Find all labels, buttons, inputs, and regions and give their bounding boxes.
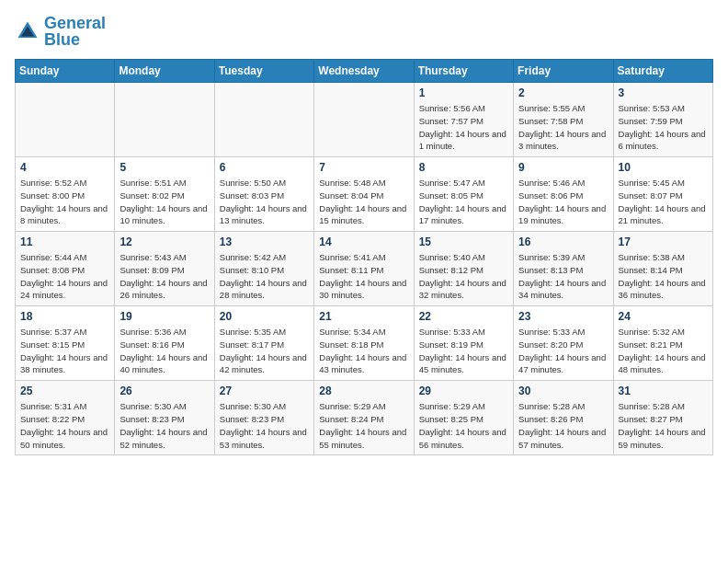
- calendar-cell: 15Sunrise: 5:40 AMSunset: 8:12 PMDayligh…: [414, 232, 513, 306]
- day-number: 16: [518, 236, 608, 248]
- day-info: Sunrise: 5:29 AMSunset: 8:25 PMDaylight:…: [419, 400, 508, 451]
- calendar-cell: 13Sunrise: 5:42 AMSunset: 8:10 PMDayligh…: [214, 232, 313, 306]
- day-number: 19: [119, 310, 209, 323]
- day-number: 18: [20, 310, 109, 323]
- day-info: Sunrise: 5:30 AMSunset: 8:23 PMDaylight:…: [220, 400, 309, 451]
- day-info: Sunrise: 5:48 AMSunset: 8:04 PMDaylight:…: [319, 177, 408, 227]
- calendar-cell: 9Sunrise: 5:46 AMSunset: 8:06 PMDaylight…: [514, 157, 613, 232]
- calendar-week-row: 11Sunrise: 5:44 AMSunset: 8:08 PMDayligh…: [16, 232, 713, 306]
- calendar-cell: 25Sunrise: 5:31 AMSunset: 8:22 PMDayligh…: [16, 381, 115, 455]
- calendar-cell: 24Sunrise: 5:32 AMSunset: 8:21 PMDayligh…: [613, 306, 712, 381]
- logo-blue-text: Blue: [44, 31, 106, 48]
- day-number: 10: [619, 161, 708, 174]
- day-number: 8: [419, 161, 508, 174]
- calendar-cell: 14Sunrise: 5:41 AMSunset: 8:11 PMDayligh…: [314, 232, 414, 306]
- calendar-cell: 23Sunrise: 5:33 AMSunset: 8:20 PMDayligh…: [514, 306, 613, 381]
- calendar-cell: 19Sunrise: 5:36 AMSunset: 8:16 PMDayligh…: [115, 306, 214, 381]
- day-number: 1: [419, 86, 508, 99]
- calendar-cell: 22Sunrise: 5:33 AMSunset: 8:19 PMDayligh…: [414, 306, 513, 381]
- day-info: Sunrise: 5:53 AMSunset: 7:59 PMDaylight:…: [619, 102, 708, 153]
- day-number: 6: [220, 161, 309, 174]
- calendar-cell: 29Sunrise: 5:29 AMSunset: 8:25 PMDayligh…: [414, 381, 513, 455]
- calendar-cell: 11Sunrise: 5:44 AMSunset: 8:08 PMDayligh…: [16, 232, 115, 306]
- day-number: 27: [220, 385, 309, 397]
- calendar-cell: 8Sunrise: 5:47 AMSunset: 8:05 PMDaylight…: [414, 157, 513, 232]
- calendar-cell: 7Sunrise: 5:48 AMSunset: 8:04 PMDaylight…: [314, 157, 414, 232]
- day-number: 22: [419, 310, 508, 323]
- calendar-cell: [115, 83, 214, 157]
- day-info: Sunrise: 5:38 AMSunset: 8:14 PMDaylight:…: [619, 251, 708, 302]
- calendar-cell: [214, 83, 313, 157]
- calendar-header-row: SundayMondayTuesdayWednesdayThursdayFrid…: [16, 60, 713, 83]
- day-info: Sunrise: 5:35 AMSunset: 8:17 PMDaylight:…: [220, 326, 309, 376]
- weekday-header: Wednesday: [314, 60, 414, 83]
- day-number: 23: [518, 310, 608, 323]
- page-header: General Blue: [15, 15, 713, 48]
- weekday-header: Monday: [115, 60, 214, 83]
- day-number: 26: [119, 385, 209, 397]
- day-info: Sunrise: 5:55 AMSunset: 7:58 PMDaylight:…: [518, 102, 608, 153]
- calendar-cell: 3Sunrise: 5:53 AMSunset: 7:59 PMDaylight…: [613, 83, 712, 157]
- day-info: Sunrise: 5:52 AMSunset: 8:00 PMDaylight:…: [20, 177, 109, 227]
- calendar-cell: 31Sunrise: 5:28 AMSunset: 8:27 PMDayligh…: [613, 381, 712, 455]
- day-info: Sunrise: 5:56 AMSunset: 7:57 PMDaylight:…: [419, 102, 508, 153]
- day-number: 30: [518, 385, 608, 397]
- day-number: 31: [619, 385, 708, 397]
- day-info: Sunrise: 5:36 AMSunset: 8:16 PMDaylight:…: [119, 326, 209, 376]
- weekday-header: Thursday: [414, 60, 513, 83]
- day-number: 2: [518, 86, 608, 99]
- day-number: 24: [619, 310, 708, 323]
- day-info: Sunrise: 5:40 AMSunset: 8:12 PMDaylight:…: [419, 251, 508, 302]
- day-number: 12: [119, 236, 209, 248]
- day-number: 4: [20, 161, 109, 174]
- calendar-cell: 18Sunrise: 5:37 AMSunset: 8:15 PMDayligh…: [16, 306, 115, 381]
- day-info: Sunrise: 5:47 AMSunset: 8:05 PMDaylight:…: [419, 177, 508, 227]
- calendar-cell: 10Sunrise: 5:45 AMSunset: 8:07 PMDayligh…: [613, 157, 712, 232]
- calendar-week-row: 25Sunrise: 5:31 AMSunset: 8:22 PMDayligh…: [16, 381, 713, 455]
- calendar-cell: 17Sunrise: 5:38 AMSunset: 8:14 PMDayligh…: [613, 232, 712, 306]
- calendar-table: SundayMondayTuesdayWednesdayThursdayFrid…: [15, 59, 713, 455]
- calendar-cell: 27Sunrise: 5:30 AMSunset: 8:23 PMDayligh…: [214, 381, 313, 455]
- day-number: 13: [220, 236, 309, 248]
- calendar-cell: 30Sunrise: 5:28 AMSunset: 8:26 PMDayligh…: [514, 381, 613, 455]
- calendar-cell: 6Sunrise: 5:50 AMSunset: 8:03 PMDaylight…: [214, 157, 313, 232]
- day-info: Sunrise: 5:33 AMSunset: 8:19 PMDaylight:…: [419, 326, 508, 376]
- day-info: Sunrise: 5:32 AMSunset: 8:21 PMDaylight:…: [619, 326, 708, 376]
- day-info: Sunrise: 5:28 AMSunset: 8:26 PMDaylight:…: [518, 400, 608, 451]
- day-info: Sunrise: 5:31 AMSunset: 8:22 PMDaylight:…: [20, 400, 109, 451]
- day-number: 28: [319, 385, 408, 397]
- day-info: Sunrise: 5:41 AMSunset: 8:11 PMDaylight:…: [319, 251, 408, 302]
- day-info: Sunrise: 5:45 AMSunset: 8:07 PMDaylight:…: [619, 177, 708, 227]
- day-number: 9: [518, 161, 608, 174]
- day-number: 29: [419, 385, 508, 397]
- day-info: Sunrise: 5:44 AMSunset: 8:08 PMDaylight:…: [20, 251, 109, 302]
- day-info: Sunrise: 5:43 AMSunset: 8:09 PMDaylight:…: [119, 251, 209, 302]
- calendar-week-row: 4Sunrise: 5:52 AMSunset: 8:00 PMDaylight…: [16, 157, 713, 232]
- day-number: 5: [119, 161, 209, 174]
- calendar-cell: 16Sunrise: 5:39 AMSunset: 8:13 PMDayligh…: [514, 232, 613, 306]
- calendar-week-row: 18Sunrise: 5:37 AMSunset: 8:15 PMDayligh…: [16, 306, 713, 381]
- calendar-body: 1Sunrise: 5:56 AMSunset: 7:57 PMDaylight…: [16, 83, 713, 455]
- day-number: 25: [20, 385, 109, 397]
- weekday-header: Sunday: [16, 60, 115, 83]
- calendar-cell: [16, 83, 115, 157]
- day-info: Sunrise: 5:39 AMSunset: 8:13 PMDaylight:…: [518, 251, 608, 302]
- day-info: Sunrise: 5:46 AMSunset: 8:06 PMDaylight:…: [518, 177, 608, 227]
- calendar-cell: 5Sunrise: 5:51 AMSunset: 8:02 PMDaylight…: [115, 157, 214, 232]
- day-info: Sunrise: 5:51 AMSunset: 8:02 PMDaylight:…: [119, 177, 209, 227]
- calendar-week-row: 1Sunrise: 5:56 AMSunset: 7:57 PMDaylight…: [16, 83, 713, 157]
- calendar-cell: 4Sunrise: 5:52 AMSunset: 8:00 PMDaylight…: [16, 157, 115, 232]
- day-number: 17: [619, 236, 708, 248]
- calendar-cell: 20Sunrise: 5:35 AMSunset: 8:17 PMDayligh…: [214, 306, 313, 381]
- calendar-cell: 26Sunrise: 5:30 AMSunset: 8:23 PMDayligh…: [115, 381, 214, 455]
- day-info: Sunrise: 5:28 AMSunset: 8:27 PMDaylight:…: [619, 400, 708, 451]
- calendar-cell: [314, 83, 414, 157]
- day-info: Sunrise: 5:29 AMSunset: 8:24 PMDaylight:…: [319, 400, 408, 451]
- day-info: Sunrise: 5:30 AMSunset: 8:23 PMDaylight:…: [119, 400, 209, 451]
- calendar-cell: 28Sunrise: 5:29 AMSunset: 8:24 PMDayligh…: [314, 381, 414, 455]
- logo-text: General: [44, 15, 106, 31]
- logo: General Blue: [15, 15, 106, 48]
- day-number: 20: [220, 310, 309, 323]
- day-number: 11: [20, 236, 109, 248]
- weekday-header: Friday: [514, 60, 613, 83]
